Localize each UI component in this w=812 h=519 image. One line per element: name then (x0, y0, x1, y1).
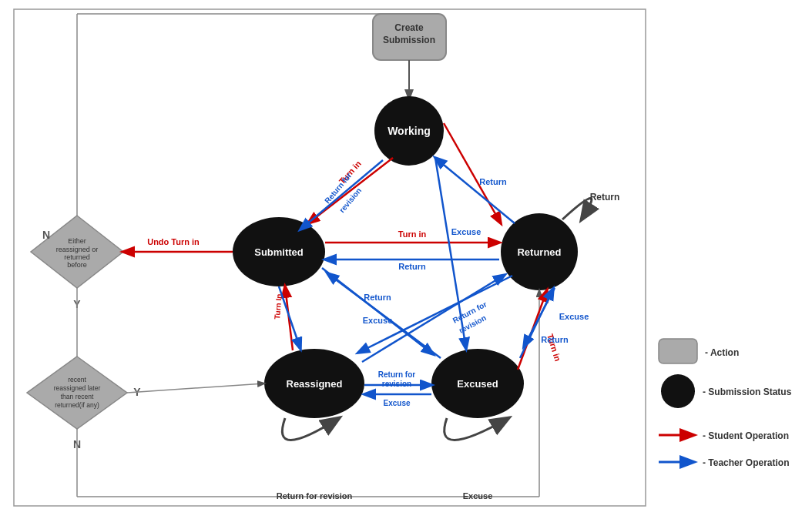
svg-line-51 (300, 160, 383, 229)
svg-text:Return: Return (590, 192, 620, 203)
svg-line-61 (279, 286, 300, 349)
svg-line-71 (520, 289, 553, 358)
svg-text:returned: returned (64, 253, 90, 261)
svg-text:Working: Working (388, 125, 431, 137)
svg-text:Either: Either (68, 237, 86, 245)
svg-line-46 (444, 123, 501, 223)
svg-text:Excuse: Excuse (451, 227, 481, 236)
svg-text:returned(if any): returned(if any) (55, 401, 99, 409)
legend-student-label: - Student Operation (703, 430, 789, 441)
svg-text:Submission: Submission (383, 35, 435, 45)
svg-text:before: before (67, 261, 87, 269)
svg-text:Return for: Return for (378, 370, 415, 379)
svg-text:Excuse: Excuse (363, 316, 393, 325)
svg-text:Excuse: Excuse (559, 312, 589, 321)
svg-text:Return: Return (541, 335, 569, 344)
svg-text:Create: Create (394, 22, 424, 33)
svg-text:Return for revision: Return for revision (277, 491, 353, 501)
svg-text:Returned: Returned (517, 246, 561, 258)
svg-text:Submitted: Submitted (254, 246, 304, 258)
svg-text:Reassigned: Reassigned (287, 378, 343, 390)
svg-text:revision: revision (382, 380, 411, 388)
svg-line-47 (435, 158, 515, 223)
svg-text:N: N (42, 229, 50, 241)
svg-line-64 (327, 273, 441, 358)
svg-text:Return: Return (398, 262, 426, 271)
legend-teacher-label: - Teacher Operation (703, 457, 789, 468)
svg-line-32 (127, 383, 264, 393)
legend-status-label: - Submission Status (703, 387, 792, 397)
svg-line-42 (285, 286, 293, 350)
svg-text:than recent: than recent (61, 393, 94, 400)
svg-text:Undo Turn in: Undo Turn in (147, 237, 200, 246)
svg-point-79 (661, 374, 695, 408)
svg-text:Excused: Excused (457, 378, 498, 390)
svg-rect-78 (659, 339, 697, 363)
svg-text:Excuse: Excuse (383, 399, 410, 407)
svg-text:reassigned later: reassigned later (54, 384, 101, 392)
svg-text:reassigned or: reassigned or (56, 246, 99, 253)
svg-text:Return: Return (479, 177, 507, 186)
svg-text:recent: recent (68, 376, 86, 383)
svg-text:Return: Return (364, 293, 391, 302)
svg-line-62 (435, 158, 466, 349)
svg-text:Turn in: Turn in (398, 229, 427, 239)
svg-text:Excuse: Excuse (463, 491, 493, 501)
legend-action-label: - Action (705, 347, 739, 358)
